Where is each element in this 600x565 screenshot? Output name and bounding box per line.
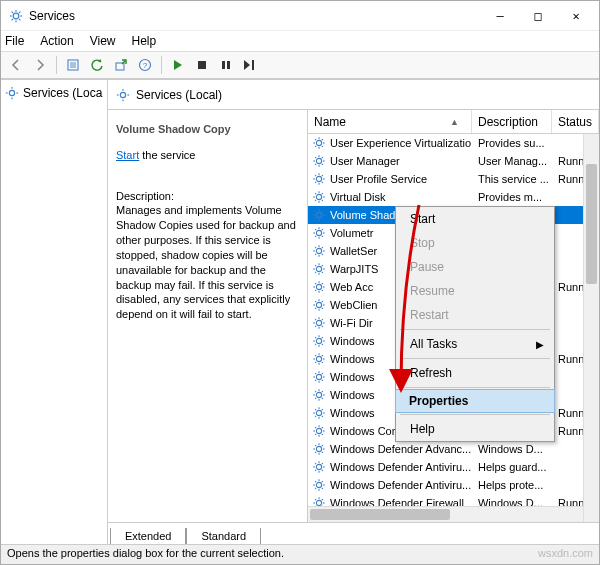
close-button[interactable]: ✕ bbox=[557, 5, 595, 27]
svg-line-44 bbox=[315, 157, 316, 158]
titlebar: Services — □ ✕ bbox=[1, 1, 599, 31]
svg-point-165 bbox=[316, 410, 321, 415]
svg-line-162 bbox=[322, 398, 323, 399]
service-icon bbox=[312, 370, 326, 384]
service-name: Web Acc bbox=[330, 281, 373, 293]
svg-line-7 bbox=[12, 19, 13, 20]
ctx-restart[interactable]: Restart bbox=[396, 303, 554, 327]
column-header-name[interactable]: Name ▲ bbox=[308, 110, 472, 133]
ctx-start[interactable]: Start bbox=[396, 207, 554, 231]
service-row[interactable]: User Experience Virtualizatio...Provides… bbox=[308, 134, 599, 152]
toolbar-start-button[interactable] bbox=[167, 54, 189, 76]
tab-standard[interactable]: Standard bbox=[186, 528, 261, 544]
service-icon bbox=[312, 478, 326, 492]
svg-line-137 bbox=[322, 337, 323, 338]
ctx-resume[interactable]: Resume bbox=[396, 279, 554, 303]
vertical-scroll-thumb[interactable] bbox=[586, 164, 597, 284]
service-icon bbox=[312, 244, 326, 258]
svg-line-198 bbox=[322, 470, 323, 471]
menu-file[interactable]: File bbox=[5, 34, 24, 48]
brand-watermark: wsxdn.com bbox=[538, 547, 593, 562]
service-name: Volumetr bbox=[330, 227, 373, 239]
tree-root-services[interactable]: Services (Loca bbox=[3, 84, 105, 102]
service-description: Provides su... bbox=[478, 137, 545, 149]
ctx-separator bbox=[400, 329, 550, 330]
svg-line-143 bbox=[315, 355, 316, 356]
toolbar-help-button[interactable]: ? bbox=[134, 54, 156, 76]
service-name: Windows bbox=[330, 353, 375, 365]
description-label: Description: bbox=[116, 189, 297, 204]
ctx-refresh[interactable]: Refresh bbox=[396, 361, 554, 385]
svg-line-35 bbox=[315, 139, 316, 140]
ctx-pause[interactable]: Pause bbox=[396, 255, 554, 279]
back-icon bbox=[9, 58, 23, 72]
export-icon bbox=[114, 58, 128, 72]
service-row[interactable]: Windows Defender Antiviru...Helps prote.… bbox=[308, 476, 599, 494]
service-description: This service ... bbox=[478, 173, 549, 185]
svg-line-152 bbox=[315, 373, 316, 374]
svg-line-182 bbox=[322, 427, 323, 428]
service-icon bbox=[312, 406, 326, 420]
column-header-name-label: Name bbox=[314, 115, 346, 129]
svg-line-116 bbox=[315, 301, 316, 302]
service-row[interactable]: Windows Defender Advanc...Windows D... bbox=[308, 440, 599, 458]
service-row[interactable]: User Profile ServiceThis service ...Runn… bbox=[308, 170, 599, 188]
toolbar-pause-button[interactable] bbox=[215, 54, 237, 76]
minimize-button[interactable]: — bbox=[481, 5, 519, 27]
toolbar-refresh-button[interactable] bbox=[86, 54, 108, 76]
tab-extended[interactable]: Extended bbox=[110, 528, 186, 544]
svg-line-117 bbox=[322, 308, 323, 309]
svg-line-109 bbox=[315, 290, 316, 291]
svg-point-120 bbox=[316, 320, 321, 325]
svg-line-90 bbox=[322, 254, 323, 255]
svg-rect-19 bbox=[252, 60, 254, 70]
ctx-stop[interactable]: Stop bbox=[396, 231, 554, 255]
toolbar-restart-button[interactable] bbox=[239, 54, 261, 76]
toolbar-stop-button[interactable] bbox=[191, 54, 213, 76]
toolbar-properties-button[interactable] bbox=[62, 54, 84, 76]
service-name: Windows Defender Advanc... bbox=[330, 443, 471, 455]
toolbar-export-button[interactable] bbox=[110, 54, 132, 76]
service-name: User Experience Virtualizatio... bbox=[330, 137, 472, 149]
sidebar: Services (Loca bbox=[1, 80, 108, 544]
statusbar-text: Opens the properties dialog box for the … bbox=[7, 547, 284, 562]
svg-line-89 bbox=[315, 247, 316, 248]
service-name: WebClien bbox=[330, 299, 378, 311]
horizontal-scrollbar[interactable] bbox=[308, 506, 583, 522]
svg-line-73 bbox=[315, 218, 316, 219]
svg-line-45 bbox=[322, 164, 323, 165]
svg-rect-16 bbox=[198, 61, 206, 69]
svg-line-91 bbox=[315, 254, 316, 255]
menu-help[interactable]: Help bbox=[132, 34, 157, 48]
ctx-help[interactable]: Help bbox=[396, 417, 554, 441]
svg-line-173 bbox=[322, 409, 323, 410]
column-header-status[interactable]: Status bbox=[552, 110, 599, 133]
toolbar-forward-button[interactable] bbox=[29, 54, 51, 76]
column-header-description[interactable]: Description bbox=[472, 110, 552, 133]
svg-line-170 bbox=[315, 409, 316, 410]
services-tree-icon bbox=[5, 86, 19, 100]
service-name: User Manager bbox=[330, 155, 400, 167]
maximize-button[interactable]: □ bbox=[519, 5, 557, 27]
svg-line-154 bbox=[315, 380, 316, 381]
service-row[interactable]: Virtual DiskProvides m... bbox=[308, 188, 599, 206]
vertical-scrollbar[interactable] bbox=[583, 134, 599, 522]
service-description: Provides m... bbox=[478, 191, 542, 203]
service-name: WalletSer bbox=[330, 245, 377, 257]
ctx-all-tasks[interactable]: All Tasks ▶ bbox=[396, 332, 554, 356]
horizontal-scroll-thumb[interactable] bbox=[310, 509, 450, 520]
service-row[interactable]: User ManagerUser Manag...Running bbox=[308, 152, 599, 170]
menu-action[interactable]: Action bbox=[40, 34, 73, 48]
svg-line-54 bbox=[322, 182, 323, 183]
tree-root-label: Services (Loca bbox=[23, 86, 102, 100]
ctx-properties[interactable]: Properties bbox=[395, 389, 555, 413]
svg-line-36 bbox=[322, 146, 323, 147]
start-service-link[interactable]: Start bbox=[116, 149, 139, 161]
service-description: Helps prote... bbox=[478, 479, 543, 491]
menu-view[interactable]: View bbox=[90, 34, 116, 48]
service-row[interactable]: Windows Defender Antiviru...Helps guard.… bbox=[308, 458, 599, 476]
svg-line-189 bbox=[322, 452, 323, 453]
toolbar-back-button[interactable] bbox=[5, 54, 27, 76]
forward-icon bbox=[33, 58, 47, 72]
svg-line-74 bbox=[322, 211, 323, 212]
